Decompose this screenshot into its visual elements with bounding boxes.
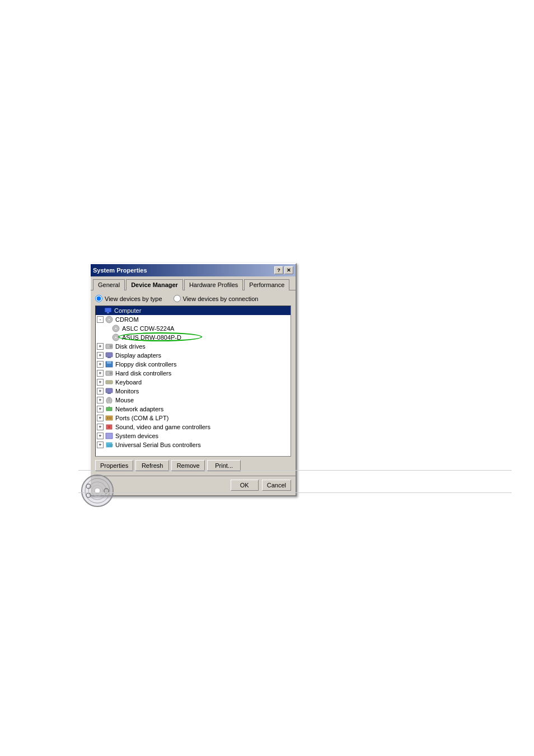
dialog-body: View devices by type View devices by con… [91,290,296,476]
tree-item-aslc[interactable]: ASLC CDW-5224A [104,324,291,333]
expand-floppy[interactable]: + [97,361,104,368]
properties-button[interactable]: Properties [95,460,133,471]
ports-icon [105,414,114,422]
tree-label-asus: ASUS DRW-0804P-D [122,334,181,341]
tree-item-asus[interactable]: ASUS DRW-0804P-D [104,333,291,342]
expand-monitors[interactable]: + [97,388,104,395]
expand-disk-drives[interactable]: + [97,343,104,350]
remove-button[interactable]: Remove [171,460,205,471]
tree-label-cdrom: CDROM [115,316,139,323]
cd-icon-area [79,473,116,511]
svg-rect-11 [107,357,111,358]
svg-point-3 [108,318,110,321]
tree-label-keyboard: Keyboard [115,379,142,386]
print-button[interactable]: Print... [207,460,241,471]
tree-item-usb[interactable]: + USB Universal Serial Bus controllers [96,440,291,449]
help-button[interactable]: ? [274,266,283,274]
tree-item-mouse[interactable]: + Mouse [96,396,291,405]
tab-performance[interactable]: Performance [244,279,289,290]
tree-item-hard-disk[interactable]: + Hard disk controllers [96,369,291,378]
display-adapters-icon [105,351,114,359]
asus-icon [111,334,120,341]
radio-by-connection[interactable]: View devices by connection [174,295,259,302]
svg-rect-10 [106,353,113,357]
expand-network[interactable]: + [97,406,104,412]
radio-by-connection-label: View devices by connection [183,295,259,302]
tab-bar: General Device Manager Hardware Profiles… [91,276,296,290]
device-tree[interactable]: Computer - CDROM [95,306,291,457]
svg-rect-25 [107,417,108,419]
radio-row: View devices by type View devices by con… [95,295,291,302]
tree-label-mouse: Mouse [115,397,134,403]
svg-rect-18 [106,388,113,393]
hard-disk-icon [105,369,114,377]
hr-bottom [78,492,512,493]
expand-cdrom[interactable]: - [97,316,104,323]
tree-label-display-adapters: Display adapters [115,352,161,359]
tree-item-cdrom[interactable]: - CDROM [96,315,291,324]
tree-label-system: System devices [115,433,158,439]
svg-text:USB: USB [107,444,113,447]
tree-item-floppy[interactable]: + Floppy disk controllers [96,360,291,369]
system-icon [105,432,114,440]
svg-rect-1 [107,312,109,313]
network-icon [105,405,114,413]
cdrom-icon [105,316,114,323]
svg-rect-22 [106,407,112,411]
system-properties-dialog: System Properties ? ✕ General Device Man… [90,263,297,496]
expand-ports[interactable]: + [97,415,104,421]
expand-keyboard[interactable]: + [97,379,104,386]
tree-item-monitors[interactable]: + Monitors [96,387,291,396]
tab-general[interactable]: General [93,279,125,290]
svg-point-9 [110,345,112,348]
tree-label-computer: Computer [114,307,141,314]
expand-system[interactable]: + [97,433,104,439]
hr-top [78,470,512,471]
tree-label-aslc: ASLC CDW-5224A [122,325,174,332]
refresh-button[interactable]: Refresh [135,460,169,471]
page: System Properties ? ✕ General Device Man… [0,0,534,756]
tree-label-sound: Sound, video and game controllers [115,424,210,430]
ok-button[interactable]: OK [231,480,259,491]
tree-label-network: Network adapters [115,406,163,412]
expand-usb[interactable]: + [97,442,104,448]
tree-item-system[interactable]: + System devices [96,431,291,440]
svg-point-5 [115,327,117,330]
cancel-button[interactable]: Cancel [262,480,291,491]
radio-by-type-label: View devices by type [105,295,162,302]
expand-hard-disk[interactable]: + [97,370,104,377]
computer-icon [104,307,113,314]
svg-rect-0 [105,308,111,312]
tree-label-ports: Ports (COM & LPT) [115,415,168,421]
tree-label-monitors: Monitors [115,388,139,395]
sound-icon [105,423,114,431]
keyboard-icon [105,378,114,386]
tree-item-keyboard[interactable]: + Keyboard [96,378,291,387]
monitors-icon [105,387,114,395]
tab-hardware-profiles[interactable]: Hardware Profiles [184,279,243,290]
tree-item-display-adapters[interactable]: + Display adapters [96,351,291,360]
tree-item-ports[interactable]: + Ports (COM & LPT) [96,414,291,422]
tree-item-sound[interactable]: + Sound, video and game controllers [96,422,291,431]
title-bar-buttons: ? ✕ [274,266,293,274]
svg-rect-13 [107,361,111,364]
radio-by-connection-input[interactable] [174,295,181,302]
tree-item-computer[interactable]: Computer [96,306,291,315]
tree-label-disk-drives: Disk drives [115,343,146,350]
svg-point-15 [110,372,112,374]
action-buttons: Properties Refresh Remove Print... [95,460,291,471]
radio-by-type[interactable]: View devices by type [95,295,162,302]
tree-item-disk-drives[interactable]: + Disk drives [96,342,291,351]
disk-drives-icon [105,342,114,350]
expand-sound[interactable]: + [97,424,104,430]
expand-mouse[interactable]: + [97,397,104,403]
tab-device-manager[interactable]: Device Manager [126,279,183,290]
svg-rect-30 [106,433,113,439]
dialog-title: System Properties [93,267,147,274]
expand-display-adapters[interactable]: + [97,352,104,359]
close-button[interactable]: ✕ [284,266,293,274]
tree-item-network[interactable]: + Network adapters [96,405,291,414]
mouse-icon [105,396,114,404]
svg-rect-26 [109,417,110,419]
radio-by-type-input[interactable] [95,295,102,302]
